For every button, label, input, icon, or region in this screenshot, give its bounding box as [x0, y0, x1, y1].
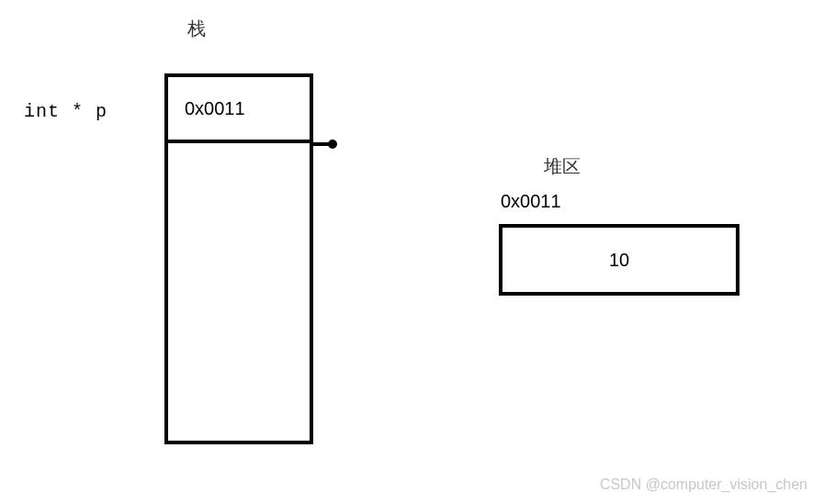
- heap-cell-value: 10: [609, 250, 629, 271]
- pointer-variable-label: int * p: [24, 101, 107, 122]
- watermark-text: CSDN @computer_vision_chen: [600, 476, 807, 493]
- stack-pointer-tick: [313, 142, 333, 146]
- heap-address-label: 0x0011: [501, 191, 561, 212]
- stack-cell-value: 0x0011: [185, 98, 245, 119]
- stack-title: 栈: [187, 17, 206, 41]
- heap-title: 堆区: [544, 154, 581, 179]
- stack-top-cell: 0x0011: [164, 73, 313, 143]
- heap-cell: 10: [499, 224, 739, 296]
